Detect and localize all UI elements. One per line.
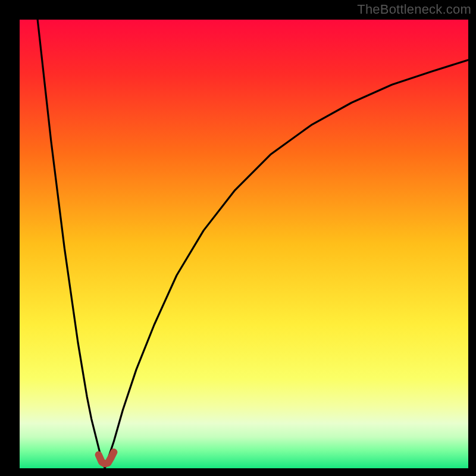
min-marker <box>99 452 114 464</box>
curve-layer <box>20 20 468 468</box>
plot-area <box>20 20 468 468</box>
curve-right-branch <box>105 60 468 468</box>
curve-left-branch <box>37 20 105 468</box>
chart-frame: TheBottleneck.com <box>0 0 476 476</box>
watermark-text: TheBottleneck.com <box>357 2 471 17</box>
